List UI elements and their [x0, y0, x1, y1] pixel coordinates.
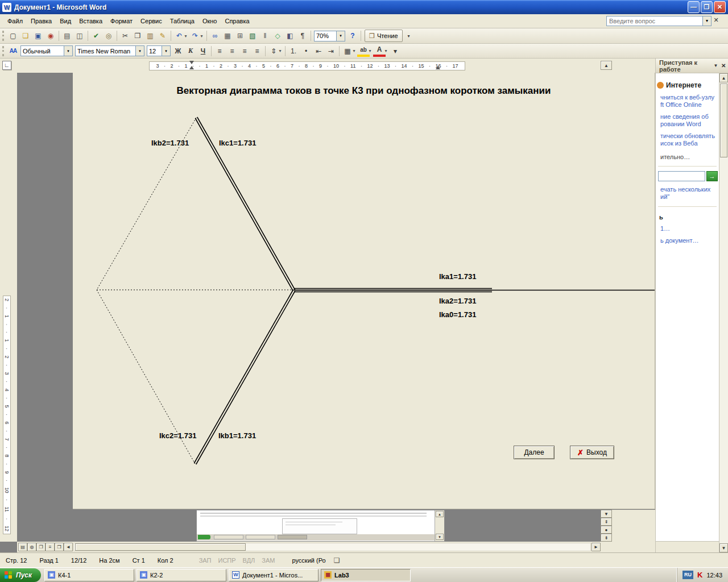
insert-excel-icon[interactable]: ▧ — [246, 30, 259, 42]
separator[interactable] — [169, 30, 173, 42]
scroll-down-button[interactable]: ▼ — [601, 510, 612, 518]
task-pane-search-input[interactable] — [658, 171, 705, 181]
horizontal-scroll-thumb[interactable] — [75, 543, 246, 551]
task-pane-dropdown-icon[interactable]: ▼ — [713, 63, 719, 68]
open-icon[interactable]: ❏ — [19, 30, 32, 42]
next-button[interactable]: Далее — [514, 446, 555, 459]
right-indent-marker[interactable] — [436, 66, 440, 69]
font-size-combo[interactable]: 12 ▾ — [147, 45, 171, 56]
undo-dropdown-icon[interactable]: ▾ — [183, 30, 189, 42]
status-toggle[interactable]: ВДЛ — [243, 557, 255, 564]
menu-help[interactable]: Справка — [221, 15, 253, 27]
menu-table[interactable]: Таблица — [166, 15, 198, 27]
task-pane-link-word-info[interactable]: ние сведения об ровании Word — [660, 113, 717, 128]
insert-table-icon[interactable]: ⊞ — [234, 30, 246, 42]
separator[interactable] — [309, 30, 313, 42]
save-icon[interactable]: ▣ — [32, 30, 44, 42]
highlight-dropdown-icon[interactable]: ▾ — [367, 45, 373, 57]
separator[interactable] — [115, 30, 119, 42]
task-pane-close-icon[interactable]: ✕ — [720, 63, 727, 69]
borders-dropdown-icon[interactable]: ▾ — [351, 45, 357, 57]
hyperlink-icon[interactable]: ∞ — [209, 30, 221, 42]
chevron-down-icon[interactable]: ▾ — [135, 46, 144, 56]
exit-button[interactable]: ✗ Выход — [570, 446, 614, 459]
bold-icon[interactable]: Ж — [172, 45, 184, 57]
separator[interactable] — [359, 30, 363, 42]
menu-view[interactable]: Вид — [56, 15, 75, 27]
spelling-icon[interactable]: ✔ — [90, 30, 102, 42]
task-pane-link-update-list[interactable]: тически обновлять исок из Веба — [660, 132, 717, 147]
font-combo[interactable]: Times New Roman ▾ — [75, 45, 144, 56]
align-right-icon[interactable]: ≡ — [238, 45, 251, 57]
task-pane-recent-file-link[interactable]: 1… — [660, 225, 717, 232]
numbering-icon[interactable]: 1. — [287, 45, 300, 57]
view-normal-icon[interactable]: ▤ — [18, 543, 27, 551]
columns-icon[interactable]: ‖ — [259, 30, 271, 42]
separator[interactable] — [337, 45, 341, 57]
reading-mode-button[interactable]: ❒ Чтение — [365, 30, 403, 42]
underline-icon[interactable]: Ч — [197, 45, 209, 57]
separator[interactable] — [263, 45, 267, 57]
print-preview-icon[interactable]: ◫ — [73, 30, 86, 42]
menu-edit[interactable]: Правка — [27, 15, 56, 27]
task-pane-more-label[interactable]: ительно… — [660, 153, 717, 160]
toolbar-options-icon[interactable]: ▾ — [389, 45, 402, 57]
scroll-right-button[interactable]: ► — [592, 543, 601, 551]
permission-icon[interactable]: ◉ — [44, 30, 57, 42]
chevron-down-icon[interactable]: ▾ — [336, 31, 345, 41]
select-browse-object-button[interactable]: ● — [601, 526, 612, 534]
tab-selector[interactable]: ∟ — [2, 61, 11, 70]
close-button[interactable]: ✕ — [714, 1, 726, 13]
copy-icon[interactable]: ❐ — [131, 30, 144, 42]
hanging-indent-marker[interactable] — [189, 66, 194, 69]
toolbar-options-icon[interactable]: ▾ — [403, 30, 415, 42]
horizontal-scroll-track[interactable] — [73, 543, 591, 551]
chevron-down-icon[interactable]: ▾ — [162, 46, 170, 56]
start-button[interactable]: Пуск — [0, 568, 41, 582]
chevron-down-icon[interactable]: ▾ — [64, 46, 72, 56]
align-center-icon[interactable]: ≡ — [226, 45, 238, 57]
task-pane-link-office-online[interactable]: чниться к веб-узлу ft Office Online — [660, 94, 717, 109]
print-icon[interactable]: ▤ — [61, 30, 73, 42]
taskbar-task-lab3[interactable]: ▦ Lab3 — [321, 569, 411, 581]
search-go-button[interactable]: → — [706, 171, 718, 181]
justify-icon[interactable]: ≡ — [251, 45, 263, 57]
line-spacing-dropdown-icon[interactable]: ▾ — [277, 45, 283, 57]
taskbar-task-k4-1[interactable]: ▣ К4-1 — [44, 569, 134, 581]
separator[interactable] — [209, 45, 213, 57]
menu-format[interactable]: Формат — [106, 15, 136, 27]
first-line-indent-marker[interactable] — [189, 61, 194, 64]
paste-icon[interactable]: ▥ — [144, 30, 156, 42]
research-icon[interactable]: ◎ — [102, 30, 115, 42]
bullets-icon[interactable]: • — [300, 45, 312, 57]
language-indicator[interactable]: RU — [682, 571, 693, 579]
redo-dropdown-icon[interactable]: ▾ — [198, 30, 205, 42]
status-language[interactable]: русский (Ро — [292, 557, 326, 564]
menu-file[interactable]: Файл — [3, 15, 27, 27]
view-web-icon[interactable]: ◍ — [27, 543, 36, 551]
minimize-button[interactable]: — — [688, 1, 700, 13]
view-outline-icon[interactable]: ≡ — [46, 543, 55, 551]
style-combo[interactable]: Обычный ▾ — [20, 45, 73, 56]
next-page-button[interactable]: ⇟ — [601, 534, 612, 542]
task-pane-help-link[interactable]: ечать нескольких ий" — [660, 186, 717, 201]
status-toggle[interactable]: ЗАМ — [262, 557, 275, 564]
drawing-icon[interactable]: ◇ — [271, 30, 284, 42]
task-pane-create-document-link[interactable]: ь документ… — [660, 237, 717, 244]
menu-insert[interactable]: Вставка — [75, 15, 106, 27]
styles-and-formatting-icon[interactable]: АА — [7, 45, 19, 57]
align-left-icon[interactable]: ≡ — [213, 45, 226, 57]
question-dropdown-icon[interactable]: ▾ — [703, 16, 712, 26]
increase-indent-icon[interactable]: ⇥ — [325, 45, 337, 57]
taskbar-task-document1[interactable]: W Документ1 - Micros... — [229, 569, 318, 581]
format-painter-icon[interactable]: ✎ — [156, 30, 169, 42]
cut-icon[interactable]: ✂ — [119, 30, 131, 42]
restore-button[interactable]: ❐ — [701, 1, 713, 13]
scroll-down-button[interactable]: ▼ — [719, 543, 728, 552]
decrease-indent-icon[interactable]: ⇤ — [312, 45, 325, 57]
scroll-up-button[interactable]: ▲ — [601, 61, 612, 70]
toolbar-grip[interactable] — [2, 46, 5, 56]
previous-page-button[interactable]: ⇞ — [601, 518, 612, 526]
italic-icon[interactable]: К — [184, 45, 197, 57]
help-icon[interactable]: ? — [346, 30, 359, 42]
